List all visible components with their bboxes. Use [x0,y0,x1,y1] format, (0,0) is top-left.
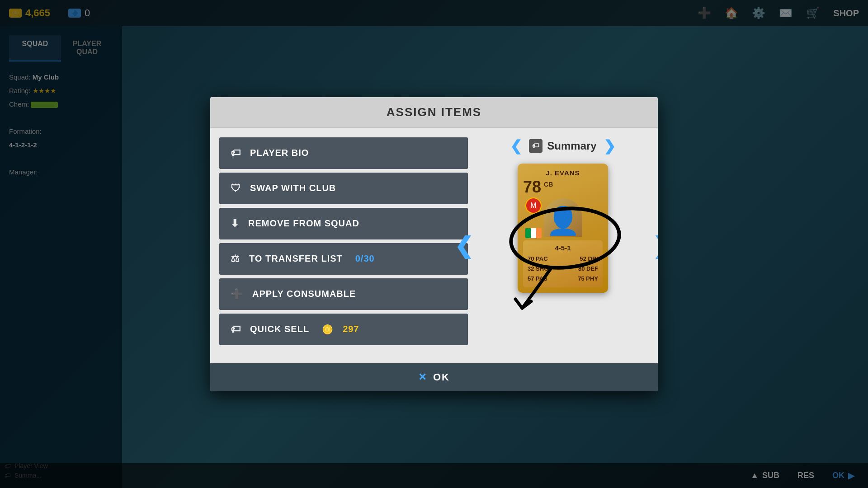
assign-items-modal: ASSIGN ITEMS 🏷 PLAYER BIO 🛡 SWAP WITH CL… [210,97,658,391]
card-top: 78 CB [523,179,603,195]
remove-squad-icon: ⬇ [231,218,239,230]
card-position: CB [544,181,553,188]
transfer-list-label: TO TRANSFER LIST [249,253,343,264]
modal-title: ASSIGN ITEMS [387,105,481,119]
remove-from-squad-button[interactable]: ⬇ REMOVE FROM SQUAD [219,208,468,239]
card-stat-row-1: 32 SHO 80 DEF [528,264,598,274]
card-rating: 78 [523,179,541,195]
transfer-list-icon: ⚖ [231,253,240,265]
player-photo [544,198,582,237]
modal-header: ASSIGN ITEMS [210,97,658,128]
sell-gold-coin-icon: 🪙 [322,324,334,335]
quick-sell-button[interactable]: 🏷 QUICK SELL 🪙 297 [219,314,468,345]
modal-overlay: ASSIGN ITEMS 🏷 PLAYER BIO 🛡 SWAP WITH CL… [0,0,868,488]
card-nav-left[interactable]: ❮ [454,233,473,259]
ok-button-label: OK [433,371,450,383]
def-label: 80 DEF [578,264,598,274]
menu-list: 🏷 PLAYER BIO 🛡 SWAP WITH CLUB ⬇ REMOVE F… [219,137,468,354]
card-formation: 4-5-1 [528,244,598,252]
transfer-count: 0/30 [355,253,375,264]
apply-consumable-button[interactable]: ➕ APPLY CONSUMABLE [219,278,468,310]
summary-icon: 🏷 [529,139,542,153]
player-bio-label: PLAYER BIO [250,148,309,158]
summary-nav-right[interactable]: ❯ [604,137,616,155]
player-card: J. EVANS 78 CB M [518,164,608,293]
dri-label: 52 DRI [580,254,598,264]
remove-squad-label: REMOVE FROM SQUAD [248,218,359,229]
pas-label: 57 PAS [528,274,547,284]
swap-club-label: SWAP WITH CLUB [250,183,336,193]
phy-label: 75 PHY [578,274,598,284]
card-stats-box: 4-5-1 70 PAC 52 DRI 32 SHO 80 DEF 57 PAS [523,240,603,287]
apply-consumable-label: APPLY CONSUMABLE [252,289,356,299]
card-stat-row-0: 70 PAC 52 DRI [528,254,598,264]
quick-sell-icon: 🏷 [231,324,241,335]
summary-title: 🏷 Summary [529,139,596,153]
quick-sell-label: QUICK SELL [250,324,309,334]
card-photo-area: M [523,197,603,238]
nation-flag [525,228,542,238]
player-bio-icon: 🏷 [231,147,241,159]
club-badge-icon: M [525,197,542,214]
transfer-list-button[interactable]: ⚖ TO TRANSFER LIST 0/30 [219,243,468,275]
quick-sell-amount: 297 [343,324,359,334]
modal-body: 🏷 PLAYER BIO 🛡 SWAP WITH CLUB ⬇ REMOVE F… [210,128,658,363]
swap-with-club-button[interactable]: 🛡 SWAP WITH CLUB [219,173,468,204]
card-player-name: J. EVANS [523,169,603,177]
swap-club-icon: 🛡 [231,183,241,194]
summary-header: ❮ 🏷 Summary ❯ [477,137,649,155]
apply-consumable-icon: ➕ [231,288,243,300]
player-card-container: J. EVANS 78 CB M [518,164,608,293]
summary-panel: ❮ 🏷 Summary ❯ J. EVANS 78 CB [477,137,649,354]
sho-label: 32 SHO [528,264,548,274]
ok-close-icon: ✕ [418,371,426,383]
svg-text:M: M [530,202,536,209]
pac-label: 70 PAC [528,254,548,264]
player-bio-button[interactable]: 🏷 PLAYER BIO [219,137,468,169]
card-stat-row-2: 57 PAS 75 PHY [528,274,598,284]
modal-footer[interactable]: ✕ OK [210,363,658,391]
card-nav-right[interactable]: ❯ [652,233,658,259]
summary-nav-left[interactable]: ❮ [510,137,522,155]
